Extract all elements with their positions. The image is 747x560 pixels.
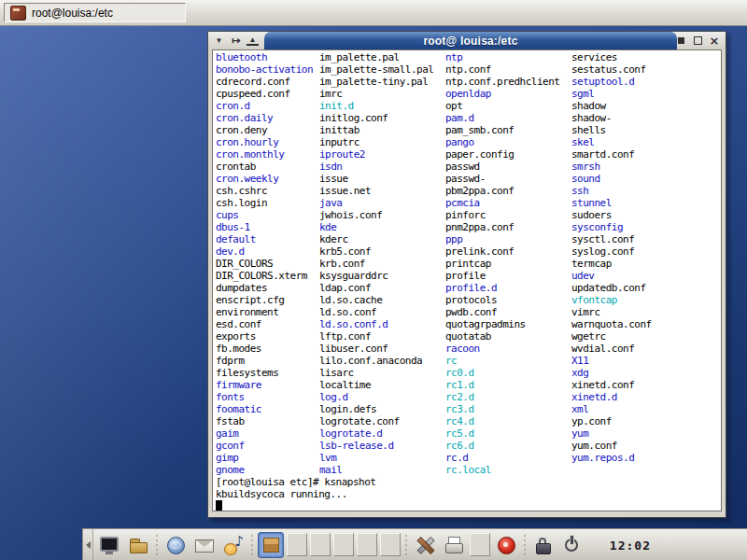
file-entry: ssh (571, 185, 652, 197)
taskbar-window-button[interactable]: root@louisa:/etc (4, 3, 186, 22)
file-entry: csh.login (216, 197, 313, 209)
file-entry: sgml (571, 88, 652, 100)
folder-launcher[interactable] (125, 532, 151, 558)
player-launcher[interactable] (493, 532, 519, 558)
lock-launcher[interactable] (530, 532, 557, 558)
file-entry: exports (216, 330, 313, 343)
file-entry: rc5.d (445, 427, 559, 440)
file-entry: rc6.d (445, 440, 559, 452)
file-entry: DIR_COLORS.xterm (216, 270, 313, 282)
file-entry: imrc (319, 88, 433, 100)
close-button[interactable]: × (708, 35, 721, 48)
file-entry: udev (571, 270, 652, 282)
file-entry: ntp.conf.predhclient (445, 76, 559, 88)
empty-panel-slot[interactable] (357, 533, 377, 556)
file-entry: cpuspeed.conf (216, 88, 313, 100)
file-entry: racoon (445, 343, 559, 355)
file-entry: pwdb.conf (445, 306, 559, 318)
printer-launcher[interactable] (441, 532, 467, 558)
panel-hide-handle[interactable] (83, 529, 93, 560)
file-entry: wvdial.conf (571, 343, 652, 355)
status-output-line: kbuildsycoca running... (216, 488, 347, 500)
file-entry: kderc (319, 233, 433, 245)
file-entry: logrotate.conf (319, 415, 433, 427)
window-buttons: × (674, 32, 721, 49)
file-entry: ld.so.conf.d (319, 318, 433, 330)
package-launcher[interactable] (258, 532, 284, 558)
file-entry: ldap.conf (319, 282, 433, 294)
file-entry: cron.daily (216, 112, 313, 124)
file-entry: lftp.conf (319, 330, 433, 343)
terminal-window: root@ louisa:/etc × bluetoothbonobo-acti… (207, 31, 726, 518)
file-entry: DIR_COLORS (216, 258, 313, 270)
file-entry: opt (445, 100, 559, 112)
file-entry: xml (571, 403, 652, 415)
detach-icon[interactable] (230, 35, 242, 47)
globe-icon (165, 535, 186, 555)
file-entry: cups (216, 209, 313, 221)
file-entry: issue.net (319, 185, 433, 197)
file-entry: lilo.conf.anaconda (319, 355, 433, 367)
file-entry: dumpdates (216, 282, 313, 294)
collapse-icon[interactable] (213, 35, 225, 47)
file-entry: lisarc (319, 367, 433, 379)
file-entry: passwd- (445, 173, 559, 185)
file-entry: printcap (445, 258, 559, 270)
file-entry: rc.local (445, 464, 559, 476)
file-entry: passwd (445, 161, 559, 173)
file-entry: gnome (216, 464, 313, 476)
file-entry: rc4.d (445, 415, 559, 427)
file-entry: initlog.conf (319, 112, 433, 124)
file-entry: fb.modes (216, 343, 313, 355)
terminal-screen[interactable]: bluetoothbonobo-activationcdrecord.confc… (212, 49, 722, 511)
file-entry: init.d (319, 100, 433, 112)
empty-panel-slot[interactable] (333, 533, 354, 556)
file-entry: wgetrc (571, 330, 652, 343)
globe-launcher[interactable] (162, 532, 189, 558)
terminal-cursor (216, 500, 222, 511)
empty-panel-slot[interactable] (287, 533, 307, 556)
file-entry: localtime (319, 379, 433, 391)
empty-panel-slot[interactable] (380, 533, 401, 556)
file-entry: lvm (319, 452, 433, 464)
file-entry: krb5.conf (319, 245, 433, 258)
file-entry: yum.conf (571, 440, 652, 452)
power-launcher[interactable] (559, 532, 585, 558)
titlebar[interactable]: root@ louisa:/etc × (208, 32, 726, 49)
file-entry: sound (571, 173, 652, 185)
empty-panel-slot[interactable] (310, 533, 331, 556)
file-entry: sysconfig (571, 221, 652, 233)
titlebar-tab: root@ louisa:/etc (264, 32, 677, 49)
panel-clock[interactable]: 12:02 (610, 529, 651, 560)
file-entry: log.d (319, 391, 433, 403)
package-icon (261, 535, 281, 555)
file-entry: cron.d (216, 100, 313, 112)
file-entry: rc.d (445, 452, 559, 464)
file-entry: profile (445, 270, 559, 282)
file-entry: enscript.cfg (216, 294, 313, 306)
music-launcher[interactable] (220, 532, 247, 558)
file-entry: rc2.d (445, 391, 559, 403)
empty-panel-slot[interactable] (470, 533, 490, 556)
file-entry: pinforc (445, 209, 559, 221)
minimize-button[interactable] (674, 35, 687, 48)
maximize-button[interactable] (691, 35, 704, 48)
file-entry: lsb-release.d (319, 440, 433, 452)
file-entry: java (319, 197, 433, 209)
eject-icon[interactable] (247, 35, 259, 46)
taskbar-window-label: root@louisa:/etc (32, 7, 113, 20)
file-entry: gimp (216, 452, 313, 464)
file-entry: jwhois.conf (319, 209, 433, 221)
file-entry: dbus-1 (216, 221, 313, 233)
tools-launcher[interactable] (412, 532, 438, 558)
file-entry: ppp (445, 233, 559, 245)
file-entry: fdprm (216, 355, 313, 367)
mail-launcher[interactable] (191, 532, 218, 558)
terminal-launcher[interactable] (96, 532, 122, 558)
file-entry: profile.d (445, 282, 559, 294)
file-entry: cron.deny (216, 124, 313, 136)
window-title: root@ louisa:/etc (423, 35, 517, 48)
file-entry: rc1.d (445, 379, 559, 391)
file-entry: shells (571, 124, 652, 136)
file-entry: paper.config (445, 148, 559, 161)
